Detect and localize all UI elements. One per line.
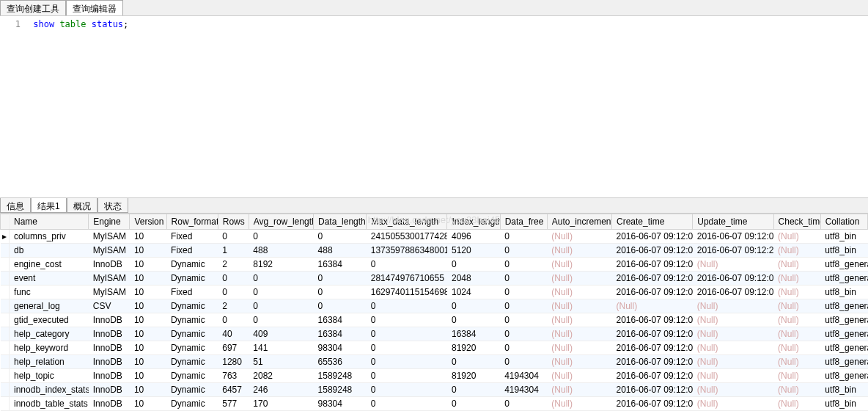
cell-collation[interactable]: utf8_bin xyxy=(820,397,867,411)
cell-rows[interactable]: 1 xyxy=(218,244,249,258)
cell-data-length[interactable]: 0 xyxy=(314,272,367,285)
cell-engine[interactable]: InnoDB xyxy=(89,341,130,355)
cell-update-time[interactable]: 2016-06-07 09:12:04 xyxy=(693,230,773,244)
cell-rows[interactable]: 0 xyxy=(218,230,249,244)
cell-row-format[interactable]: Dynamic xyxy=(166,258,218,272)
cell-max-data-length[interactable]: 0 xyxy=(367,355,447,369)
cell-name[interactable]: func xyxy=(10,285,89,299)
cell-create-time[interactable]: 2016-06-07 09:12:09 xyxy=(612,313,693,327)
table-row[interactable]: gtid_executedInnoDB10Dynamic0016384000(N… xyxy=(1,313,868,327)
cell-engine[interactable]: InnoDB xyxy=(89,383,130,397)
cell-create-time[interactable]: 2016-06-07 09:12:05 xyxy=(612,355,693,369)
cell-version[interactable]: 10 xyxy=(130,369,166,383)
cell-version[interactable]: 10 xyxy=(130,383,166,397)
cell-name[interactable]: gtid_executed xyxy=(10,313,89,327)
cell-auto-increment[interactable]: (Null) xyxy=(547,313,611,327)
cell-max-data-length[interactable]: 0 xyxy=(367,327,447,341)
cell-index-length[interactable]: 0 xyxy=(447,397,500,411)
cell-engine[interactable]: MyISAM xyxy=(89,244,130,258)
cell-data-free[interactable]: 4194304 xyxy=(500,369,547,383)
col-avg-row-length[interactable]: Avg_row_length xyxy=(249,214,313,230)
cell-check-time[interactable]: (Null) xyxy=(773,397,820,411)
cell-version[interactable]: 10 xyxy=(130,272,166,285)
cell-rows[interactable]: 0 xyxy=(218,285,249,299)
cell-rows[interactable]: 2 xyxy=(218,258,249,272)
cell-avg-row-length[interactable]: 488 xyxy=(249,244,313,258)
cell-version[interactable]: 10 xyxy=(130,313,166,327)
cell-name[interactable]: help_keyword xyxy=(10,341,89,355)
cell-rows[interactable]: 0 xyxy=(218,313,249,327)
cell-max-data-length[interactable]: 0 xyxy=(367,397,447,411)
table-row[interactable]: help_relationInnoDB10Dynamic128051655360… xyxy=(1,355,868,369)
cell-auto-increment[interactable]: (Null) xyxy=(547,341,611,355)
cell-rows[interactable]: 2 xyxy=(218,299,249,313)
cell-avg-row-length[interactable]: 0 xyxy=(249,285,313,299)
cell-collation[interactable]: utf8_genera xyxy=(820,341,867,355)
cell-auto-increment[interactable]: (Null) xyxy=(547,369,611,383)
table-row[interactable]: funcMyISAM10Fixed00016297401151546982310… xyxy=(1,285,868,299)
cell-check-time[interactable]: (Null) xyxy=(773,369,820,383)
cell-max-data-length[interactable]: 137359788634800127 xyxy=(367,244,447,258)
col-engine[interactable]: Engine xyxy=(89,214,130,230)
cell-collation[interactable]: utf8_bin xyxy=(820,244,867,258)
cell-name[interactable]: innodb_index_stats xyxy=(10,383,89,397)
cell-data-free[interactable]: 0 xyxy=(500,327,547,341)
cell-name[interactable]: help_topic xyxy=(10,369,89,383)
cell-row-format[interactable]: Dynamic xyxy=(166,313,218,327)
cell-auto-increment[interactable]: (Null) xyxy=(547,258,611,272)
cell-row-format[interactable]: Fixed xyxy=(166,285,218,299)
cell-rows[interactable]: 1280 xyxy=(218,355,249,369)
cell-data-free[interactable]: 0 xyxy=(500,397,547,411)
table-row[interactable]: innodb_table_statsInnoDB10Dynamic5771709… xyxy=(1,397,868,411)
cell-version[interactable]: 10 xyxy=(130,397,166,411)
cell-data-length[interactable]: 0 xyxy=(314,285,367,299)
cell-create-time[interactable]: 2016-06-07 09:12:05 xyxy=(612,341,693,355)
cell-max-data-length[interactable]: 0 xyxy=(367,369,447,383)
cell-update-time[interactable]: 2016-06-07 09:12:03 xyxy=(693,285,773,299)
cell-create-time[interactable]: 2016-06-07 09:12:02 xyxy=(612,244,693,258)
cell-update-time[interactable]: (Null) xyxy=(693,258,773,272)
cell-avg-row-length[interactable]: 0 xyxy=(249,313,313,327)
cell-avg-row-length[interactable]: 170 xyxy=(249,397,313,411)
cell-row-format[interactable]: Dynamic xyxy=(166,355,218,369)
cell-update-time[interactable]: (Null) xyxy=(693,369,773,383)
cell-max-data-length[interactable]: 0 xyxy=(367,313,447,327)
cell-update-time[interactable]: (Null) xyxy=(693,355,773,369)
results-grid[interactable]: Name Engine Version Row_format Rows Avg_… xyxy=(0,214,868,411)
cell-update-time[interactable]: 2016-06-07 09:12:20 xyxy=(693,244,773,258)
cell-check-time[interactable]: (Null) xyxy=(773,313,820,327)
cell-name[interactable]: event xyxy=(10,272,89,285)
cell-version[interactable]: 10 xyxy=(130,355,166,369)
cell-auto-increment[interactable]: (Null) xyxy=(547,299,611,313)
cell-engine[interactable]: InnoDB xyxy=(89,369,130,383)
cell-update-time[interactable]: 2016-06-07 09:12:07 xyxy=(693,272,773,285)
cell-max-data-length[interactable]: 281474976710655 xyxy=(367,272,447,285)
cell-version[interactable]: 10 xyxy=(130,285,166,299)
cell-data-free[interactable]: 0 xyxy=(500,285,547,299)
cell-rows[interactable]: 40 xyxy=(218,327,249,341)
cell-row-format[interactable]: Dynamic xyxy=(166,299,218,313)
cell-create-time[interactable]: 2016-06-07 09:12:07 xyxy=(612,397,693,411)
cell-update-time[interactable]: (Null) xyxy=(693,341,773,355)
cell-create-time[interactable]: 2016-06-07 09:12:08 xyxy=(612,383,693,397)
cell-engine[interactable]: InnoDB xyxy=(89,397,130,411)
cell-auto-increment[interactable]: (Null) xyxy=(547,327,611,341)
cell-index-length[interactable]: 4096 xyxy=(447,230,500,244)
cell-avg-row-length[interactable]: 51 xyxy=(249,355,313,369)
cell-collation[interactable]: utf8_genera xyxy=(820,272,867,285)
col-data-free[interactable]: Data_free xyxy=(500,214,547,230)
cell-update-time[interactable]: (Null) xyxy=(693,397,773,411)
cell-row-format[interactable]: Dynamic xyxy=(166,341,218,355)
cell-engine[interactable]: InnoDB xyxy=(89,258,130,272)
cell-engine[interactable]: CSV xyxy=(89,299,130,313)
cell-data-length[interactable]: 0 xyxy=(314,230,367,244)
cell-data-length[interactable]: 16384 xyxy=(314,258,367,272)
cell-check-time[interactable]: (Null) xyxy=(773,272,820,285)
cell-avg-row-length[interactable]: 409 xyxy=(249,327,313,341)
cell-index-length[interactable]: 5120 xyxy=(447,244,500,258)
cell-row-format[interactable]: Fixed xyxy=(166,244,218,258)
cell-data-free[interactable]: 0 xyxy=(500,355,547,369)
col-check-time[interactable]: Check_time xyxy=(773,214,820,230)
cell-index-length[interactable]: 81920 xyxy=(447,341,500,355)
tab-result1[interactable]: 结果1 xyxy=(31,198,67,213)
